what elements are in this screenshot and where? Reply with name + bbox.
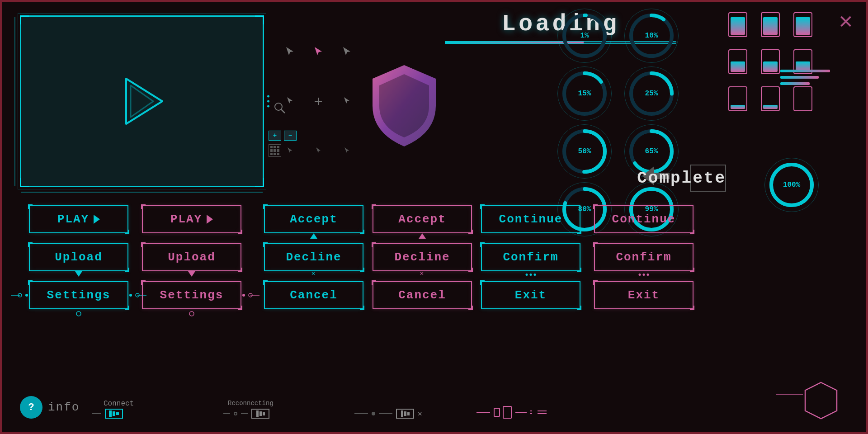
play-label-cyan: PLAY — [57, 212, 89, 226]
confirm-label-cyan: Confirm — [503, 250, 558, 264]
vp-side-dots — [267, 95, 269, 108]
exit-label-cyan: Exit — [515, 288, 547, 302]
settings-pink-bottom-dot — [187, 309, 196, 318]
video-player[interactable] — [20, 15, 264, 187]
settings-btn-cyan[interactable]: Settings — [29, 281, 128, 309]
accept-arrow-pink — [419, 233, 426, 239]
svg-line-5 — [281, 109, 285, 113]
upload-label-pink: Upload — [168, 250, 216, 264]
h-bars — [780, 70, 830, 85]
svg-point-32 — [76, 311, 81, 316]
circle-25pct: 25% — [627, 69, 676, 118]
battery-full-1 — [724, 9, 751, 40]
continue-btn-pink[interactable]: Continue — [594, 205, 693, 233]
zoom-plus-btn[interactable]: + — [269, 131, 281, 141]
decline-btn-cyan[interactable]: Decline ✕ — [264, 243, 363, 271]
confirm-dots-pink — [639, 274, 649, 276]
cursor-plus — [306, 96, 330, 107]
connect-line-1 — [92, 413, 101, 414]
exit-label-pink: Exit — [628, 288, 660, 302]
close-icon[interactable]: ✕ — [839, 11, 853, 33]
btn-group-3: Accept Decline ✕ Cancel — [264, 205, 363, 309]
cursor-default-1 — [278, 46, 302, 57]
battery-full-2 — [757, 9, 784, 40]
circle-65pct-label: 65% — [645, 147, 658, 156]
corner-tr — [255, 15, 264, 24]
disconnected-bar: ✕ — [354, 409, 422, 419]
settings-label-pink: Settings — [160, 288, 224, 302]
cancel-btn-pink[interactable]: Cancel — [373, 281, 472, 309]
accept-btn-cyan[interactable]: Accept — [264, 205, 363, 233]
settings-wrap-cyan: Settings — [29, 281, 128, 309]
play-btn-pink[interactable]: PLAY — [142, 205, 241, 233]
vp-bottom-bar — [21, 192, 263, 193]
confirm-btn-pink[interactable]: Confirm — [594, 243, 693, 271]
exit-btn-cyan[interactable]: Exit — [481, 281, 580, 309]
corner-br — [255, 178, 264, 187]
h-bar-3 — [780, 82, 810, 85]
confirm-label-pink: Confirm — [616, 250, 671, 264]
play-btn-cyan[interactable]: PLAY — [29, 205, 128, 233]
btn-group-1: PLAY Upload Settings — [29, 205, 128, 309]
svg-marker-37 — [805, 382, 837, 419]
circle-25pct-label: 25% — [645, 90, 658, 98]
svg-point-29 — [129, 294, 132, 297]
btn-group-2: PLAY Upload Settings — [142, 205, 241, 309]
info-circle-icon[interactable]: ? — [20, 396, 42, 419]
settings-btn-pink[interactable]: Settings — [142, 281, 241, 309]
battery-low-1 — [724, 83, 751, 114]
complete-label: Complete — [637, 169, 726, 188]
circle-10pct-label: 10% — [645, 32, 658, 40]
upload-btn-pink[interactable]: Upload — [142, 243, 241, 271]
zoom-controls: + − — [269, 131, 297, 157]
accept-btn-pink[interactable]: Accept — [373, 205, 472, 233]
cancel-label-cyan: Cancel — [290, 288, 338, 302]
shield-icon — [368, 61, 440, 151]
svg-point-28 — [25, 294, 28, 297]
hex-icon — [803, 380, 839, 423]
btn-group-4: Accept Decline ✕ Cancel — [373, 205, 472, 309]
settings-wrap-pink: Settings — [142, 281, 241, 309]
upload-btn-cyan[interactable]: Upload — [29, 243, 128, 271]
power-section — [476, 406, 548, 419]
decline-label-pink: Decline — [394, 250, 450, 264]
main-container: + − Loading — [0, 0, 868, 434]
settings-conn-left — [11, 291, 29, 300]
circle-10pct: 10% — [627, 11, 676, 61]
play-icon — [115, 74, 169, 128]
btn-group-5: Continue Confirm Exit — [481, 205, 580, 309]
upload-arrow-cyan — [75, 271, 82, 277]
circle-100pct-label: 100% — [783, 181, 800, 189]
settings-bottom-dot — [74, 309, 83, 318]
circle-50pct: 50% — [560, 127, 609, 176]
play-arrow-pink — [207, 215, 213, 224]
upload-arrow-pink — [188, 271, 195, 277]
cursor-tiny-3 — [335, 146, 359, 156]
svg-marker-1 — [131, 85, 153, 117]
svg-point-33 — [242, 294, 245, 297]
play-arrow-cyan — [94, 215, 100, 224]
reconnecting-bar: Reconnecting — [223, 409, 269, 419]
confirm-dots-cyan — [526, 274, 536, 276]
cursor-default-2 — [335, 46, 359, 57]
connect-bar: Connect — [92, 409, 123, 419]
battery-mid-1 — [724, 46, 751, 77]
info-label: info — [48, 401, 80, 414]
confirm-btn-cyan[interactable]: Confirm — [481, 243, 580, 271]
settings-label-cyan: Settings — [47, 288, 111, 302]
circle-50pct-label: 50% — [578, 147, 591, 156]
battery-low-2 — [757, 83, 784, 114]
play-label-pink: PLAY — [170, 212, 202, 226]
continue-label-cyan: Continue — [499, 212, 563, 226]
decline-label-cyan: Decline — [286, 250, 341, 264]
cancel-btn-cyan[interactable]: Cancel — [264, 281, 363, 309]
decline-btn-pink[interactable]: Decline ✕ — [373, 243, 472, 271]
circle-1pct-label: 1% — [580, 32, 589, 40]
exit-btn-pink[interactable]: Exit — [594, 281, 693, 309]
svg-marker-0 — [126, 79, 162, 124]
circle-100pct: 100% — [767, 160, 816, 210]
zoom-minus-btn[interactable]: − — [284, 131, 297, 141]
continue-btn-cyan[interactable]: Continue — [481, 205, 580, 233]
decline-x-cyan: ✕ — [311, 270, 316, 277]
svg-point-36 — [189, 311, 194, 316]
